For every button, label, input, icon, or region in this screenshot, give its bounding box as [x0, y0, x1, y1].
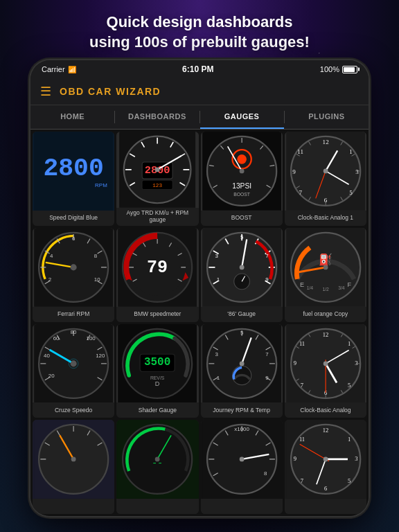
top-nav: ☰ OBD CAR WIZARD	[30, 78, 369, 105]
status-right: 100%	[320, 65, 357, 73]
svg-text:12: 12	[323, 427, 329, 434]
svg-text:1: 1	[349, 148, 353, 155]
svg-text:3: 3	[355, 360, 357, 366]
svg-text:⛽: ⛽	[319, 253, 332, 266]
gauge-label-aygo-trd: Aygo TRD KM/u + RPM gauge	[116, 208, 198, 226]
svg-point-34	[239, 169, 244, 174]
svg-text:3: 3	[215, 253, 218, 259]
svg-text:5: 5	[348, 477, 351, 484]
svg-text:123: 123	[152, 183, 162, 188]
gauge-speed-digital-blue[interactable]: 2800 RPM Speed Digital Blue	[33, 132, 114, 226]
svg-text:x1000: x1000	[234, 426, 249, 432]
gauge-label-bmw: BMW speedmeter	[116, 307, 198, 322]
svg-point-186	[323, 361, 328, 366]
svg-text:3: 3	[355, 169, 359, 176]
gauge-aygo-trd[interactable]: 2800 123 Aygo TRD KM/u + RPM gauge	[116, 132, 198, 226]
svg-text:10: 10	[94, 276, 100, 283]
gauge-boost[interactable]: 13PSI BOOST BOOST	[201, 132, 283, 226]
gauge-label-86: '86' Gauge	[201, 307, 283, 322]
carrier-label: Carrier	[42, 65, 65, 73]
svg-text:20: 20	[48, 373, 55, 379]
gauge-ferrari-rpm[interactable]: 2 4 6 8 10 Ferrari RPM	[33, 228, 114, 322]
svg-text:9: 9	[265, 374, 269, 380]
gauge-row4b[interactable]: --	[116, 420, 198, 514]
svg-point-137	[71, 360, 77, 366]
gauge-row4a[interactable]	[33, 420, 114, 514]
tab-home[interactable]: HOME	[30, 105, 114, 129]
svg-text:7: 7	[299, 189, 302, 196]
gauge-label-cruze: Cruze Speedo	[33, 402, 114, 418]
svg-text:12: 12	[323, 331, 329, 338]
gauge-bmw[interactable]: 79 BMW speedmeter	[116, 228, 198, 322]
gauge-journey[interactable]: 1 3 5 7 9 Journey RPM & Temp	[201, 324, 283, 418]
gauge-clock-basic-analog[interactable]: 12 1 3 5 6 7 9 11	[285, 324, 366, 418]
svg-text:3500: 3500	[144, 356, 170, 369]
battery-label: 100%	[320, 65, 339, 73]
gauge-shader[interactable]: 3500 REV/S D Shader Gauge	[116, 324, 198, 418]
time-display: 6:10 PM	[182, 64, 213, 74]
tab-plugins[interactable]: PLUGINS	[285, 105, 369, 129]
svg-text:D: D	[155, 380, 160, 387]
gauge-label-clock-2: Clock-Basic Analog	[285, 402, 366, 418]
svg-text:1: 1	[348, 436, 351, 443]
svg-text:2800: 2800	[43, 154, 103, 183]
svg-text:40: 40	[44, 352, 50, 358]
svg-text:11: 11	[299, 436, 305, 443]
svg-text:79: 79	[147, 258, 168, 278]
gauge-label-shader: Shader Gauge	[116, 402, 198, 418]
menu-icon[interactable]: ☰	[40, 84, 51, 99]
svg-text:9: 9	[265, 276, 269, 283]
svg-text:7: 7	[265, 351, 269, 357]
svg-point-163	[239, 361, 244, 366]
svg-text:3: 3	[355, 456, 357, 463]
svg-text:1: 1	[348, 339, 351, 346]
svg-text:11: 11	[297, 148, 303, 155]
wifi-icon: 📶	[68, 66, 76, 73]
svg-text:F: F	[347, 281, 351, 288]
svg-point-229	[323, 457, 328, 462]
svg-point-19	[155, 168, 160, 172]
gauge-label-row4d	[285, 499, 366, 514]
svg-point-108	[239, 265, 244, 269]
gauge-label-row4c	[201, 499, 283, 514]
svg-text:11: 11	[299, 339, 305, 346]
app-title: OBD CAR WIZARD	[60, 86, 161, 97]
device-frame: Carrier 📶 6:10 PM 100% ☰ OBD CAR WIZARD …	[30, 60, 369, 516]
gauge-label-journey: Journey RPM & Temp	[201, 402, 283, 418]
svg-text:7: 7	[301, 477, 304, 484]
svg-text:5: 5	[240, 234, 243, 240]
svg-text:60: 60	[53, 335, 60, 341]
svg-text:9: 9	[293, 360, 296, 366]
svg-point-215	[239, 457, 244, 462]
gauge-label-ferrari: Ferrari RPM	[33, 307, 114, 322]
promo-header: Quick design dashboards using 100s of pr…	[0, 0, 399, 60]
svg-text:8: 8	[94, 253, 98, 259]
svg-text:1: 1	[216, 276, 220, 283]
svg-text:7: 7	[265, 253, 269, 259]
svg-text:1/2: 1/2	[322, 287, 329, 292]
battery-icon	[342, 66, 357, 73]
gauge-fuel[interactable]: E F 1/4 1/2 3/4 ⛽ fuel orange Copy	[285, 228, 366, 322]
svg-text:6: 6	[72, 236, 76, 242]
gauge-row4c[interactable]: x1000 8	[201, 420, 283, 514]
gauge-row4d[interactable]: 12 1 3 5 6 7 9 11	[285, 420, 366, 514]
tab-dashboards[interactable]: DASHBOARDS	[115, 105, 199, 129]
gauge-label-clock-1: Clock-Basic Analog 1	[285, 211, 366, 226]
svg-text:E: E	[300, 281, 304, 288]
tab-gauges[interactable]: GAUGES	[200, 105, 284, 129]
promo-title: Quick design dashboards using 100s of pr…	[14, 12, 385, 52]
svg-text:120: 120	[96, 352, 105, 358]
tab-bar: HOME DASHBOARDS GAUGES PLUGINS	[30, 105, 369, 130]
gauge-label-row4a	[33, 499, 114, 514]
gauge-cruze[interactable]: 20 40 60 80 100 120 Cruze Speedo	[33, 324, 114, 418]
gauge-clock-basic-analog-1[interactable]: 12 1 3 5 6 7 9 11	[285, 132, 366, 226]
gauge-86[interactable]: 1 3 5 7 9 '86' Gauge	[201, 228, 283, 322]
status-left: Carrier 📶	[42, 65, 76, 73]
svg-text:5: 5	[349, 189, 353, 196]
status-bar: Carrier 📶 6:10 PM 100%	[30, 60, 369, 78]
svg-point-75	[71, 264, 77, 270]
gauge-label-row4b	[116, 499, 198, 514]
svg-point-57	[323, 169, 328, 174]
svg-text:100: 100	[87, 335, 96, 341]
svg-text:2: 2	[48, 276, 52, 283]
